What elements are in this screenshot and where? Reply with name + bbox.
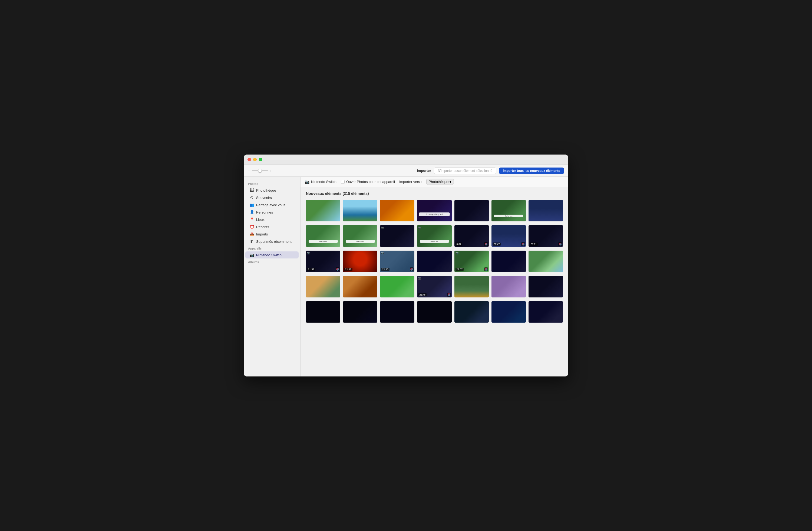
video-duration-badge: 21:11: [530, 242, 538, 246]
photo-thumb[interactable]: [380, 301, 415, 323]
photo-thumb[interactable]: [306, 200, 340, 221]
photo-thumb[interactable]: [343, 301, 377, 323]
minimize-button[interactable]: [253, 158, 257, 161]
sidebar-item-label: Imports: [256, 232, 268, 236]
photos-section-label: Photos: [244, 181, 300, 186]
photo-thumb[interactable]: [528, 200, 563, 221]
photo-thumb[interactable]: [528, 276, 563, 297]
switch-badge: [447, 293, 451, 297]
photo-thumb[interactable]: 21:47: [343, 251, 377, 272]
photo-thumb[interactable]: [492, 301, 526, 323]
sidebar-item-imports[interactable]: 📥 Imports: [245, 230, 299, 238]
import-icon: 📥: [250, 232, 254, 236]
sidebar-item-lieux[interactable]: 📍 Lieux: [245, 216, 299, 223]
switch-badge: [336, 267, 339, 271]
sidebar-item-recents[interactable]: ⏰ Récents: [245, 223, 299, 230]
import-to-label: Importer vers :: [399, 180, 422, 184]
photo-thumb[interactable]: Dialog text: [306, 225, 340, 247]
import-label: Importer: [417, 169, 431, 173]
maximize-button[interactable]: [259, 158, 262, 161]
camera-overlay-icon: 📷: [381, 226, 384, 229]
photo-thumb[interactable]: 21:47: [492, 225, 526, 247]
device-name-label: Nintendo Switch: [311, 180, 336, 184]
zoom-out-icon[interactable]: −: [248, 169, 250, 173]
photo-thumb[interactable]: [380, 276, 415, 297]
video-duration-badge: 21:52: [307, 268, 315, 271]
camera-icon: 📷: [250, 253, 254, 257]
photo-grid-row-5: [306, 301, 563, 323]
photo-thumb[interactable]: 📷 21:52: [306, 251, 340, 272]
photo-thumb[interactable]: 21:11: [528, 225, 563, 247]
main-content: 📷 Nintendo Switch Ouvrir Photos pour cet…: [301, 177, 568, 376]
camera-overlay-icon: 📷: [418, 277, 421, 280]
close-button[interactable]: [247, 158, 251, 161]
sidebar-item-label: Lieux: [256, 218, 264, 222]
photo-thumb[interactable]: [454, 200, 489, 221]
recent-icon: ⏰: [250, 225, 254, 229]
library-dropdown[interactable]: Photothèque ▾: [426, 179, 454, 185]
photo-thumb[interactable]: [343, 276, 377, 297]
sidebar-item-partage[interactable]: 👥 Partagé avec vous: [245, 201, 299, 208]
import-none-button[interactable]: N'importer aucun élément sélectionné: [434, 168, 496, 174]
photo-thumb[interactable]: 📷 21:37: [454, 251, 489, 272]
photo-thumb[interactable]: 📷 Dialog text: [417, 225, 451, 247]
video-duration-badge: 21:48: [418, 293, 426, 296]
sidebar: Photos 🖼 Photothèque ⏱ Souvenirs 👥 Parta…: [244, 177, 301, 376]
photo-thumb[interactable]: [528, 251, 563, 272]
zoom-slider-area: − +: [248, 169, 272, 173]
photo-scroll-area[interactable]: Nouveaux éléments (315 éléments) Message…: [301, 187, 568, 376]
camera-overlay-icon: 📷: [455, 252, 459, 254]
photo-thumb[interactable]: Dialog text: [492, 200, 526, 221]
photo-grid-row-2: Dialog text Dialog text 📷 📷 Dialog text …: [306, 225, 563, 247]
photo-thumb[interactable]: 0:37: [454, 225, 489, 247]
photo-thumb[interactable]: [417, 251, 451, 272]
photo-thumb[interactable]: [306, 301, 340, 323]
sidebar-item-souvenirs[interactable]: ⏱ Souvenirs: [245, 194, 299, 201]
zoom-in-icon[interactable]: +: [270, 169, 272, 173]
titlebar: [244, 155, 568, 165]
photo-thumb[interactable]: [454, 301, 489, 323]
library-icon: 🖼: [250, 188, 254, 193]
device-camera-icon: 📷: [305, 180, 309, 184]
photo-thumb[interactable]: [492, 251, 526, 272]
sidebar-item-label: Supprimés récemment: [256, 239, 292, 243]
sidebar-item-label: Nintendo Switch: [256, 253, 281, 257]
photo-grid-row-1: Message dialog text Dialog text: [306, 200, 563, 221]
sidebar-item-label: Souvenirs: [256, 196, 272, 200]
sidebar-item-supprimes[interactable]: 🗑 Supprimés récemment: [245, 238, 299, 245]
switch-badge: [484, 242, 488, 246]
sidebar-item-nintendo-switch[interactable]: 📷 Nintendo Switch: [245, 251, 299, 258]
photo-thumb[interactable]: 📷 21:13: [380, 251, 415, 272]
app-window: − + Importer N'importer aucun élément sé…: [244, 155, 568, 376]
photo-thumb[interactable]: 📷: [380, 225, 415, 247]
sidebar-item-personnes[interactable]: 👤 Personnes: [245, 209, 299, 216]
photo-thumb[interactable]: [492, 276, 526, 297]
open-photos-checkbox[interactable]: [341, 180, 345, 184]
photo-thumb[interactable]: Message dialog text: [417, 200, 451, 221]
devices-section-label: Appareils: [244, 245, 300, 251]
zoom-thumb[interactable]: [258, 169, 262, 173]
photo-thumb[interactable]: [417, 301, 451, 323]
photo-thumb[interactable]: [380, 200, 415, 221]
import-all-button[interactable]: Importer tous les nouveaux éléments: [499, 168, 564, 174]
zoom-track[interactable]: [252, 170, 268, 171]
sidebar-item-bibliotheque[interactable]: 🖼 Photothèque: [245, 187, 299, 194]
open-photos-checkbox-area[interactable]: Ouvrir Photos pour cet appareil: [341, 180, 395, 184]
photo-thumb[interactable]: [343, 200, 377, 221]
photo-thumb[interactable]: [528, 301, 563, 323]
photo-thumb[interactable]: Dialog text: [343, 225, 377, 247]
video-duration-badge: 21:13: [381, 268, 390, 271]
photo-thumb[interactable]: [306, 276, 340, 297]
switch-badge: [410, 267, 414, 271]
photo-thumb[interactable]: [454, 276, 489, 297]
albums-section-label: Albums: [244, 259, 300, 265]
camera-overlay-icon: 📷: [381, 252, 384, 254]
switch-badge: [521, 242, 525, 246]
chevron-down-icon: ▾: [450, 180, 451, 184]
switch-badge: [484, 267, 488, 271]
open-photos-label: Ouvrir Photos pour cet appareil: [346, 180, 395, 184]
camera-overlay-icon: 📷: [307, 252, 310, 254]
photo-thumb[interactable]: 📷 21:48: [417, 276, 451, 297]
places-icon: 📍: [250, 217, 254, 222]
video-duration-badge: 0:37: [455, 242, 463, 246]
